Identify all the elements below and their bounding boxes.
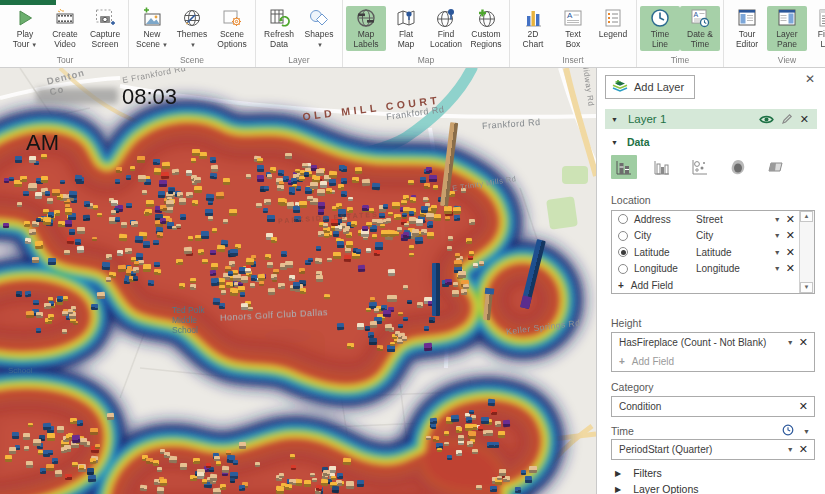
data-cube <box>310 181 318 188</box>
legend-button[interactable]: Legend <box>593 6 633 42</box>
scene-options-button[interactable]: SceneOptions <box>212 6 252 51</box>
data-cube <box>416 218 423 225</box>
remove-field-icon[interactable]: ✕ <box>799 443 808 456</box>
data-cube <box>5 455 13 462</box>
data-cube <box>257 158 263 163</box>
data-cube <box>366 307 371 312</box>
radio-button[interactable] <box>618 214 628 224</box>
location-row-address[interactable]: AddressStreet▼✕ <box>612 211 799 228</box>
remove-field-icon[interactable]: ✕ <box>799 336 808 349</box>
remove-field-icon[interactable]: ✕ <box>786 262 795 275</box>
category-field-row[interactable]: Condition ✕ <box>612 397 814 416</box>
data-cube <box>136 252 144 259</box>
time-field-row[interactable]: PeriodStart (Quarter) ▼ ✕ <box>612 440 814 459</box>
visibility-eye-icon[interactable] <box>759 114 774 125</box>
collapse-arrow-icon[interactable]: ▼ <box>611 116 618 123</box>
clustered-column-viz-button[interactable] <box>649 155 675 179</box>
remove-field-icon[interactable]: ✕ <box>786 213 795 226</box>
data-section-header[interactable]: ▼ Data <box>611 136 650 148</box>
data-cube <box>366 248 371 253</box>
data-cube <box>259 280 264 285</box>
data-cube <box>146 200 154 207</box>
location-scrollbar[interactable]: ▲ ▼ <box>799 211 814 293</box>
capture-screen-button[interactable]: CaptureScreen <box>85 6 125 51</box>
remove-field-icon[interactable]: ✕ <box>786 246 795 259</box>
data-cube <box>289 189 295 195</box>
filters-section[interactable]: ▶ Filters <box>615 467 662 479</box>
data-cube <box>157 232 163 238</box>
text-box-button[interactable]: ATextBox <box>553 6 593 51</box>
refresh-data-button[interactable]: RefreshData <box>259 6 299 51</box>
field-list-button[interactable]: FieldList <box>807 6 825 51</box>
data-cube <box>143 241 150 248</box>
play-tour-button[interactable]: PlayTour▼ <box>5 6 45 51</box>
tour-editor-button[interactable]: TourEditor <box>727 6 767 51</box>
location-type-label: City <box>634 230 696 241</box>
data-cube <box>424 325 429 330</box>
data-cube <box>469 251 475 257</box>
scroll-up-icon[interactable]: ▲ <box>800 211 813 222</box>
dropdown-arrow-icon[interactable]: ▼ <box>774 232 781 239</box>
data-cube <box>148 280 154 286</box>
layer-pane-button[interactable]: LayerPane <box>767 6 807 51</box>
layer-header[interactable]: ▼ Layer 1 ✕ <box>605 109 817 129</box>
2d-chart-button[interactable]: 2DChart <box>513 6 553 51</box>
region-viz-button[interactable] <box>763 155 789 179</box>
data-cube <box>338 184 344 190</box>
add-layer-button[interactable]: Add Layer <box>605 75 695 99</box>
height-field-row[interactable]: HasFireplace (Count - Not Blank) ▼ ✕ <box>612 333 814 352</box>
data-cube <box>28 422 33 426</box>
location-row-city[interactable]: CityCity▼✕ <box>612 228 799 245</box>
bubble-viz-button[interactable] <box>687 155 713 179</box>
map-labels-button[interactable]: MapLabels <box>346 6 386 51</box>
data-cube <box>153 269 160 276</box>
data-cube <box>290 454 295 459</box>
new-scene-button[interactable]: NewScene▼ <box>132 6 172 51</box>
height-add-field[interactable]: + Add Field <box>612 352 814 371</box>
data-cube <box>398 324 403 328</box>
date-time-button[interactable]: ADate &Time <box>680 6 720 51</box>
dropdown-arrow-icon[interactable]: ▼ <box>774 216 781 223</box>
heat-map-viz-button[interactable] <box>725 155 751 179</box>
radio-button[interactable] <box>618 264 628 274</box>
dropdown-arrow-icon[interactable]: ▼ <box>774 249 781 256</box>
remove-field-icon[interactable]: ✕ <box>786 229 795 242</box>
radio-button[interactable] <box>618 247 628 257</box>
radio-button[interactable] <box>618 231 628 241</box>
ribbon-group-label: Layer <box>288 54 309 67</box>
data-cube <box>463 284 469 290</box>
dropdown-arrow-icon[interactable]: ▼ <box>787 446 794 453</box>
find-location-button[interactable]: FindLocation <box>426 6 466 51</box>
time-line-button[interactable]: TimeLine <box>640 6 680 51</box>
data-cube <box>87 468 94 475</box>
location-label: Location <box>611 194 651 206</box>
data-cube <box>115 217 120 222</box>
layer-options-section[interactable]: ▶ Layer Options <box>615 483 699 494</box>
data-cube <box>60 180 65 184</box>
dropdown-arrow-icon[interactable]: ▼ <box>774 265 781 272</box>
scroll-down-icon[interactable]: ▼ <box>800 282 813 293</box>
themes-button[interactable]: Themes▼ <box>172 6 212 51</box>
data-cube <box>184 247 192 255</box>
shapes-button[interactable]: Shapes▼ <box>299 6 339 51</box>
button-label: Scene▼ <box>136 40 168 50</box>
flat-map-button[interactable]: FlatMap <box>386 6 426 51</box>
data-cube <box>503 420 510 427</box>
rename-pencil-icon[interactable] <box>781 113 793 125</box>
location-row-longitude[interactable]: LongitudeLongitude▼✕ <box>612 261 799 278</box>
data-cube <box>431 423 436 428</box>
custom-regions-button[interactable]: CustomRegions <box>466 6 506 51</box>
remove-field-icon[interactable]: ✕ <box>799 400 808 413</box>
data-cube <box>403 285 408 290</box>
create-video-button[interactable]: CreateVideo <box>45 6 85 51</box>
stacked-column-viz-button[interactable] <box>611 155 637 179</box>
dropdown-arrow-icon[interactable]: ▼ <box>803 428 810 435</box>
time-clock-icon[interactable] <box>782 424 794 438</box>
dropdown-arrow-icon[interactable]: ▼ <box>787 339 794 346</box>
location-add-field[interactable]: +Add Field <box>612 277 799 293</box>
location-row-latitude[interactable]: LatitudeLatitude▼✕ <box>612 244 799 261</box>
data-cube <box>67 237 74 244</box>
data-cube <box>316 275 323 282</box>
close-icon[interactable]: ✕ <box>805 72 815 86</box>
delete-layer-icon[interactable]: ✕ <box>800 113 809 126</box>
